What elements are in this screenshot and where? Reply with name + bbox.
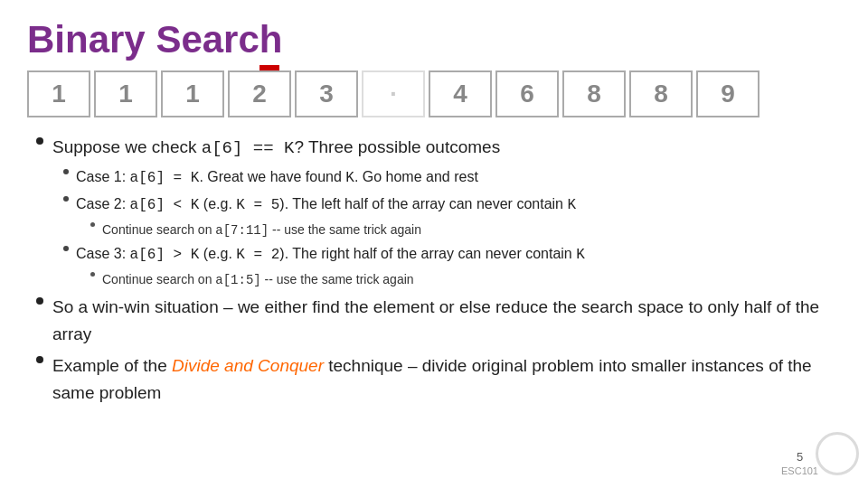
bullet-1-2-1-text: Continue search on a[7:11] -- use the sa… (102, 220, 421, 240)
slide-number: 5 ESC101 (781, 450, 818, 477)
code-k-4: K = 2 (236, 247, 279, 263)
code-1-2: a[6] < K (130, 197, 200, 213)
cell-4: 3 (295, 70, 358, 117)
watermark (816, 432, 859, 475)
cell-0: 1 (27, 70, 90, 117)
code-1-3-1: a[1:5] (215, 273, 260, 287)
watermark-circle (816, 432, 859, 475)
cell-3: 2 (228, 70, 291, 117)
array-row: 1 1 1 2 3 · 4 6 8 8 9 (27, 70, 841, 117)
bullet-1-code: a[6] == K (202, 138, 295, 158)
code-1-1: a[6] = K (130, 170, 200, 186)
code-1-2-1: a[7:11] (215, 223, 269, 238)
cell-10: 9 (696, 70, 760, 117)
bullet-1-2-1: Continue search on a[7:11] -- use the sa… (90, 220, 841, 240)
bullet-1-3: Case 3: a[6] > K (e.g. K = 2). The right… (63, 242, 841, 267)
code-1-3: a[6] > K (130, 247, 200, 263)
course-label: ESC101 (781, 465, 818, 476)
cell-8: 8 (562, 70, 626, 117)
bullet-2: So a win-win situation – we either find … (36, 294, 841, 349)
bullet-1-1: Case 1: a[6] = K. Great we have found K.… (63, 165, 841, 191)
cell-1: 1 (94, 70, 157, 117)
code-k-2: K = 5 (236, 197, 279, 213)
bullet-1-3-text: Case 3: a[6] > K (e.g. K = 2). The right… (76, 242, 585, 267)
bullet-3-dot (36, 356, 43, 363)
bullet-3: Example of the Divide and Conquer techni… (36, 352, 841, 408)
bullet-1-3-dot (63, 246, 69, 251)
bullet-1-dot (36, 137, 43, 145)
bullet-2-dot (36, 297, 43, 305)
bullet-1-2: Case 2: a[6] < K (e.g. K = 5). The left … (63, 192, 841, 218)
slide-number-value: 5 (797, 450, 803, 464)
cell-2: 1 (161, 70, 224, 117)
bullet-1-2-dot (63, 196, 69, 202)
bullet-1-3-1: Continue search on a[1:5] -- use the sam… (90, 269, 841, 290)
bullet-2-text: So a win-win situation – we either find … (52, 294, 841, 349)
cell-5-gap: · (362, 70, 425, 117)
bullet-1-1-dot (63, 169, 69, 174)
bullet-1-1-text: Case 1: a[6] = K. Great we have found K.… (76, 165, 478, 191)
cell-7: 6 (495, 70, 559, 117)
bullet-1-3-1-text: Continue search on a[1:5] -- use the sam… (102, 269, 414, 290)
bullet-1-2-text: Case 2: a[6] < K (e.g. K = 5). The left … (76, 192, 576, 218)
bullet-1-text: Suppose we check a[6] == K? Three possib… (52, 134, 500, 162)
bullet-1-3-1-dot (90, 272, 95, 277)
cell-9: 8 (629, 70, 693, 117)
bullet-1: Suppose we check a[6] == K? Three possib… (36, 134, 841, 162)
divide-conquer-text: Divide and Conquer (172, 356, 324, 375)
content-area: Suppose we check a[6] == K? Three possib… (27, 134, 841, 408)
code-k-3: K (567, 197, 576, 213)
bullet-3-text: Example of the Divide and Conquer techni… (52, 352, 841, 408)
bullet-1-2-1-dot (90, 222, 95, 227)
slide-title: Binary Search (27, 18, 841, 61)
cell-6: 4 (429, 70, 492, 117)
code-k-1: K (345, 170, 354, 186)
code-k-5: K (576, 247, 585, 263)
slide: Binary Search 1 1 1 2 3 · 4 6 8 8 9 Supp… (0, 0, 868, 488)
